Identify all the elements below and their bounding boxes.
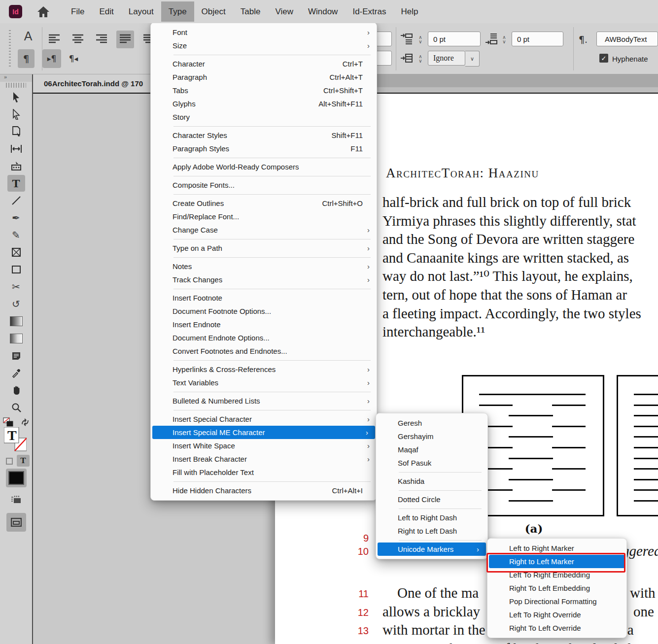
menu-item[interactable]: Right To Left Embedding <box>487 581 626 595</box>
menu-item[interactable]: Pop Directional Formatting <box>487 595 626 608</box>
paragraph-style-input[interactable]: AWBodyText <box>596 32 658 46</box>
menu-item[interactable]: Left To Right Override <box>487 608 626 621</box>
menu-item[interactable]: Fill with Placeholder Text <box>151 466 377 479</box>
type-tool[interactable]: T <box>7 175 25 192</box>
panel-grip[interactable] <box>6 83 26 88</box>
menu-item[interactable]: Right to Left Dash <box>376 524 487 538</box>
eyedropper-tool[interactable] <box>7 365 25 381</box>
menu-bar-item[interactable]: Help <box>393 1 425 22</box>
keep-options-dropdown-arrow[interactable]: ∨ <box>465 51 480 67</box>
space-after-stepper[interactable]: ∧∨ <box>499 32 510 47</box>
menu-item[interactable]: Bulleted & Numbered Lists › <box>151 394 377 407</box>
menu-bar-item[interactable]: Id-Extras <box>345 1 393 22</box>
menu-item[interactable]: Story <box>151 110 377 124</box>
menu-item[interactable]: Convert Footnotes and Endnotes... <box>151 344 377 358</box>
character-formatting-icon[interactable]: A <box>21 29 35 43</box>
menu-bar-item[interactable]: Object <box>194 1 233 22</box>
menu-item[interactable]: Left to Right Marker <box>487 542 626 555</box>
menu-item[interactable]: Glyphs Alt+Shift+F11 <box>151 97 377 110</box>
menu-bar-item[interactable]: File <box>64 1 92 22</box>
direct-selection-tool[interactable] <box>7 106 25 123</box>
gap-tool[interactable] <box>7 140 25 157</box>
gradient-swatch-tool[interactable] <box>7 313 25 330</box>
document-tab[interactable]: 06ArchitecTorah.indd @ 170 <box>33 74 167 93</box>
page-tool[interactable] <box>7 123 25 140</box>
panel-drag-grip[interactable] <box>9 30 11 68</box>
menu-item[interactable]: Font › <box>151 26 377 39</box>
panel-expand-icon[interactable]: » <box>0 74 32 82</box>
menu-item[interactable]: Change Case › <box>151 223 377 237</box>
menu-item[interactable]: Notes › <box>151 260 377 273</box>
fill-stroke-mini-icon[interactable] <box>3 417 14 427</box>
home-icon[interactable] <box>37 6 50 18</box>
pencil-tool[interactable]: ✎ <box>7 227 25 243</box>
menu-item[interactable]: Right to Left Marker <box>489 555 625 568</box>
align-center-icon[interactable] <box>69 31 87 48</box>
menu-bar-item[interactable]: Window <box>301 1 345 22</box>
menu-item[interactable]: Insert White Space › <box>151 439 377 452</box>
menu-item[interactable]: Document Endnote Options... <box>151 331 377 344</box>
menu-item[interactable]: Left to Right Dash <box>376 511 487 524</box>
menu-item[interactable]: Paragraph Ctrl+Alt+T <box>151 70 377 84</box>
menu-item[interactable]: Tabs Ctrl+Shift+T <box>151 84 377 97</box>
menu-item[interactable]: Composite Fonts... <box>151 178 377 192</box>
preview-proof-icon[interactable] <box>7 491 25 508</box>
keep-options-stepper[interactable]: ∧∨ <box>415 51 426 66</box>
menu-item[interactable]: Apply Adobe World-Ready Composers <box>151 160 377 173</box>
indesign-logo-icon[interactable]: Id <box>9 5 22 18</box>
menu-item[interactable]: Kashida <box>376 475 487 488</box>
menu-item[interactable]: Create Outlines Ctrl+Shift+O <box>151 197 377 210</box>
hyphenate-checkbox[interactable]: ✓ <box>599 54 608 63</box>
fill-color-swatch[interactable] <box>6 469 27 487</box>
menu-item[interactable]: Left To Right Embedding <box>487 568 626 581</box>
menu-item[interactable]: Type on a Path › <box>151 241 377 255</box>
hand-tool[interactable] <box>7 382 25 399</box>
line-tool[interactable] <box>7 192 25 209</box>
menu-item[interactable]: Sof Pasuk <box>376 456 487 470</box>
menu-bar-item[interactable]: View <box>268 1 301 22</box>
menu-item[interactable]: Insert Special Character › <box>151 412 377 426</box>
menu-item[interactable]: Track Changes › <box>151 273 377 286</box>
menu-item[interactable]: Size › <box>151 39 377 52</box>
menu-item[interactable]: Insert Footnote <box>151 291 377 305</box>
space-before-input[interactable]: 0 pt <box>428 32 481 46</box>
menu-bar-item[interactable]: Layout <box>121 1 161 22</box>
formatting-affects-container-icon[interactable] <box>6 458 13 465</box>
menu-item[interactable]: Hide Hidden Characters Ctrl+Alt+I <box>151 484 377 497</box>
menu-bar-item[interactable]: Edit <box>92 1 121 22</box>
menu-item[interactable]: Right To Left Override <box>487 621 626 635</box>
pen-tool[interactable]: ✒ <box>7 209 25 226</box>
space-after-input[interactable]: 0 pt <box>512 32 563 46</box>
menu-item[interactable]: Maqaf <box>376 443 487 456</box>
align-right-icon[interactable] <box>93 31 110 48</box>
formatting-affects-text-icon[interactable]: T <box>17 455 30 467</box>
space-before-stepper[interactable]: ∧∨ <box>415 32 426 47</box>
menu-item[interactable]: Character Ctrl+T <box>151 57 377 70</box>
menu-item[interactable]: Paragraph Styles F11 <box>151 142 377 155</box>
menu-item[interactable]: Insert Special ME Character › <box>152 426 375 439</box>
screen-mode-button[interactable] <box>6 513 26 532</box>
selection-tool[interactable] <box>7 89 25 105</box>
menu-item[interactable]: Document Footnote Options... <box>151 305 377 318</box>
rtl-paragraph-direction-button[interactable]: ¶◀ <box>64 49 83 68</box>
menu-item[interactable]: Dotted Circle <box>376 493 487 506</box>
menu-item[interactable]: Unicode Markers › <box>378 542 486 556</box>
align-left-icon[interactable] <box>45 31 63 48</box>
note-tool[interactable] <box>7 347 25 364</box>
menu-bar-item[interactable]: Type <box>161 1 194 22</box>
menu-item[interactable]: Insert Endnote <box>151 318 377 331</box>
scissors-tool[interactable]: ✂ <box>7 278 25 295</box>
menu-bar-item[interactable]: Table <box>233 1 268 22</box>
zoom-tool[interactable] <box>7 399 25 416</box>
content-collector-tool[interactable] <box>7 158 25 174</box>
justify-last-left-icon[interactable] <box>116 31 134 48</box>
menu-item[interactable]: Geresh <box>376 416 487 430</box>
menu-item[interactable]: Gershayim <box>376 430 487 443</box>
menu-item[interactable]: Hyperlinks & Cross-References › <box>151 363 377 376</box>
paragraph-formatting-button[interactable]: ¶ <box>18 49 35 68</box>
keep-options-dropdown[interactable]: Ignore <box>428 51 465 66</box>
swap-fill-stroke-icon[interactable] <box>21 418 30 426</box>
menu-item[interactable]: Find/Replace Font... <box>151 210 377 223</box>
menu-item[interactable]: Text Variables › <box>151 376 377 389</box>
rectangle-tool[interactable] <box>7 261 25 278</box>
